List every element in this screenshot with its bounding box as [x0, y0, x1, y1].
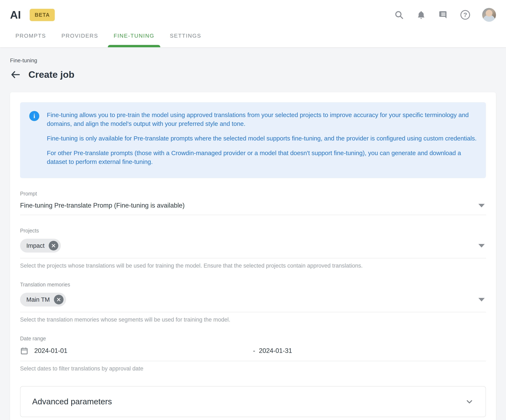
translation-memories-label: Translation memories: [20, 282, 486, 288]
info-box: i Fine-tuning allows you to pre-train th…: [20, 102, 486, 178]
projects-chips: Impact: [20, 239, 61, 253]
prompt-value: Fine-tuning Pre-translate Promp (Fine-tu…: [20, 202, 185, 209]
translation-memories-select[interactable]: Main TM: [20, 288, 486, 312]
tab-fine-tuning[interactable]: FINE-TUNING: [113, 30, 155, 47]
chevron-down-icon[interactable]: [479, 298, 485, 301]
breadcrumb: Fine-tuning: [10, 57, 496, 64]
beta-badge: BETA: [30, 9, 55, 21]
tm-chip[interactable]: Main TM: [20, 293, 66, 307]
projects-field: Projects Impact Select the projects whos…: [20, 228, 486, 269]
project-chip[interactable]: Impact: [20, 239, 61, 253]
advanced-parameters-accordion[interactable]: Advanced parameters: [20, 386, 486, 417]
advanced-parameters-title: Advanced parameters: [32, 397, 112, 406]
header-icons: ?: [394, 8, 496, 22]
remove-chip-icon[interactable]: [54, 295, 64, 304]
info-paragraph: Fine-tuning is only available for Pre-tr…: [47, 134, 477, 143]
date-range-label: Date range: [20, 335, 486, 342]
title-row: Create job: [10, 69, 496, 80]
info-text: Fine-tuning allows you to pre-train the …: [47, 111, 477, 172]
date-range-helper-text: Select dates to filter translations by a…: [20, 366, 486, 372]
date-end-input[interactable]: - 2024-01-31: [253, 347, 292, 354]
prompt-select[interactable]: Fine-tuning Pre-translate Promp (Fine-tu…: [20, 197, 486, 215]
chevron-down-icon[interactable]: [479, 204, 485, 207]
prompt-label: Prompt: [20, 191, 486, 197]
date-range-inputs: 2024-01-01 - 2024-01-31: [20, 342, 486, 361]
messages-icon[interactable]: [438, 10, 448, 20]
projects-select[interactable]: Impact: [20, 234, 486, 258]
header-top: AI BETA: [0, 0, 506, 30]
date-separator: -: [253, 347, 255, 354]
back-arrow-icon[interactable]: [10, 69, 21, 80]
tab-bar: PROMPTS PROVIDERS FINE-TUNING SETTINGS: [0, 30, 506, 47]
page-content: Fine-tuning Create job i Fine-tuning all…: [0, 57, 506, 420]
translation-memories-chips: Main TM: [20, 293, 66, 307]
logo-row: AI BETA: [10, 9, 55, 21]
calendar-icon: [20, 347, 28, 355]
translation-memories-field: Translation memories Main TM Select the …: [20, 282, 486, 323]
info-paragraph: Fine-tuning allows you to pre-train the …: [47, 111, 477, 128]
date-start-value: 2024-01-01: [34, 347, 67, 354]
search-icon[interactable]: [394, 10, 404, 20]
help-icon[interactable]: ?: [460, 10, 470, 20]
tab-prompts[interactable]: PROMPTS: [15, 30, 47, 47]
avatar[interactable]: [482, 8, 496, 22]
create-job-card: i Fine-tuning allows you to pre-train th…: [10, 92, 496, 420]
notifications-bell-icon[interactable]: [416, 10, 426, 20]
chevron-down-icon[interactable]: [479, 244, 485, 247]
info-paragraph: For other Pre-translate prompts (those w…: [47, 149, 477, 166]
chevron-down-icon: [465, 397, 474, 406]
projects-helper-text: Select the projects whose translations w…: [20, 263, 486, 269]
app-header: AI BETA: [0, 0, 506, 47]
page-title: Create job: [28, 69, 74, 80]
tab-providers[interactable]: PROVIDERS: [61, 30, 99, 47]
date-end-value: 2024-01-31: [259, 347, 292, 354]
remove-chip-icon[interactable]: [49, 241, 58, 250]
date-range-field: Date range 2024-01-01 - 2024-01-31 Selec: [20, 335, 486, 372]
tm-chip-label: Main TM: [26, 296, 50, 303]
projects-label: Projects: [20, 228, 486, 234]
project-chip-label: Impact: [26, 242, 45, 249]
translation-memories-helper-text: Select the translation memories whose se…: [20, 317, 486, 323]
tab-settings[interactable]: SETTINGS: [169, 30, 202, 47]
date-start-input[interactable]: 2024-01-01: [20, 347, 253, 355]
prompt-field: Prompt Fine-tuning Pre-translate Promp (…: [20, 191, 486, 215]
app-logo: AI: [10, 9, 21, 21]
info-icon: i: [29, 111, 39, 121]
